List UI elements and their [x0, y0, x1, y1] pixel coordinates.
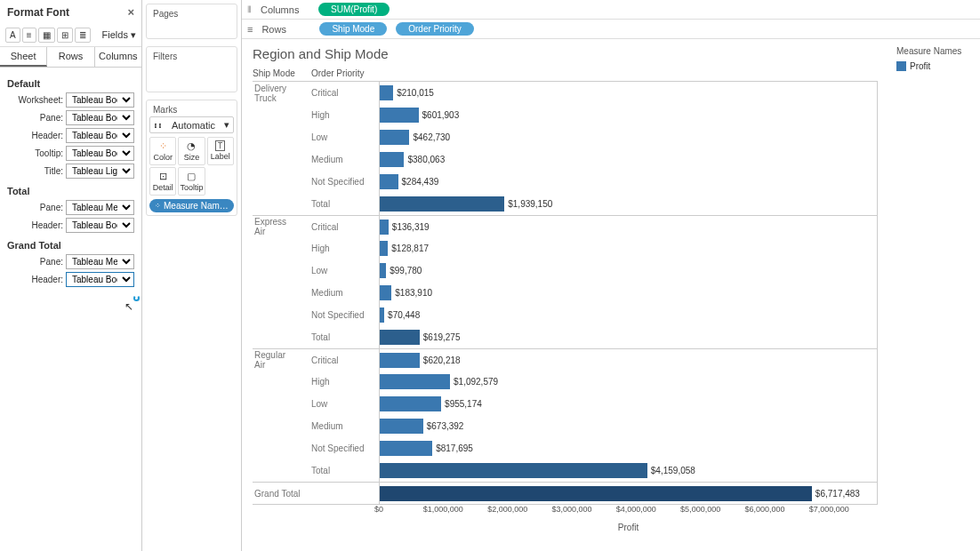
color-icon: ⁘: [150, 140, 175, 152]
bar[interactable]: [380, 130, 409, 145]
bar[interactable]: [380, 396, 441, 411]
pages-shelf[interactable]: Pages: [146, 4, 237, 39]
tab-rows[interactable]: Rows: [47, 47, 94, 67]
bar-chart[interactable]: DeliveryTruckCritical$210,015High$601,90…: [253, 81, 878, 505]
main-area: ⦀ Columns SUM(Profit) ≡ Rows Ship Mode O…: [242, 0, 980, 551]
tooltip-icon: ▢: [179, 171, 204, 182]
bar[interactable]: [380, 196, 504, 212]
worksheet-select[interactable]: Tableau Boo…: [66, 92, 134, 108]
table-row[interactable]: Not Specified$284,439: [253, 171, 877, 193]
table-row[interactable]: Medium$673,392: [253, 415, 877, 437]
tab-sheet[interactable]: Sheet: [0, 47, 47, 67]
axis-label: Profit: [379, 523, 878, 532]
ship-header: Ship Mode: [253, 68, 311, 78]
marks-type-select[interactable]: ⫾⫾ Automatic ▾: [149, 116, 234, 133]
columns-shelf[interactable]: ⦀ Columns SUM(Profit): [242, 0, 980, 20]
columns-pill-profit[interactable]: SUM(Profit): [318, 3, 390, 16]
total-header-select[interactable]: Tableau Boo…: [66, 218, 134, 233]
section-default: Default: [7, 78, 134, 89]
bar[interactable]: [380, 85, 393, 100]
gt-pane-label: Pane:: [40, 257, 63, 267]
gt-pane-select[interactable]: Tableau Me…: [66, 254, 134, 269]
align-icon[interactable]: ≡: [22, 28, 36, 43]
table-row[interactable]: Low$99,780: [253, 260, 877, 282]
total-pane-select[interactable]: Tableau Me…: [66, 200, 134, 215]
close-icon[interactable]: ×: [127, 5, 134, 19]
table-row[interactable]: High$601,903: [253, 104, 877, 126]
format-toolbar: A ≡ ▦ ⊞ ≣ Fields ▾: [0, 24, 141, 47]
bar[interactable]: [380, 374, 450, 389]
total-header-label: Header:: [31, 220, 63, 230]
rows-icon: ≡: [247, 24, 253, 35]
table-row[interactable]: Total$4,159,058: [253, 459, 877, 482]
table-row[interactable]: Medium$183,910: [253, 282, 877, 304]
legend-item-profit[interactable]: Profit: [896, 61, 973, 71]
bar[interactable]: [380, 486, 812, 501]
bar[interactable]: [380, 152, 404, 167]
default-header-select[interactable]: Tableau Boo…: [66, 128, 134, 143]
section-grand-total: Grand Total: [7, 240, 134, 251]
legend-title: Measure Names: [896, 46, 973, 56]
tooltip-card[interactable]: ▢Tooltip: [178, 167, 205, 196]
gt-header-label: Header:: [31, 275, 63, 284]
font-icon[interactable]: A: [5, 28, 20, 43]
table-row[interactable]: Grand Total$6,717,483: [253, 482, 877, 504]
color-card[interactable]: ⁘Color: [149, 137, 176, 165]
filters-shelf[interactable]: Filters: [146, 46, 237, 92]
detail-icon: ⊡: [150, 171, 175, 182]
size-icon: ◔: [179, 140, 204, 152]
bar[interactable]: [380, 108, 419, 123]
table-row[interactable]: High$128,817: [253, 237, 877, 260]
tooltip-select[interactable]: Tableau Boo…: [66, 146, 134, 161]
table-row[interactable]: Medium$380,063: [253, 148, 877, 171]
total-pane-label: Pane:: [40, 203, 63, 212]
label-icon: 🅃: [208, 140, 233, 151]
size-card[interactable]: ◔Size: [178, 137, 205, 165]
shading-icon[interactable]: ▦: [38, 28, 55, 43]
label-card[interactable]: 🅃Label: [207, 137, 234, 165]
rows-shelf[interactable]: ≡ Rows Ship Mode Order Priority: [242, 20, 980, 39]
viz-title[interactable]: Region and Ship Mode: [253, 46, 878, 61]
bar[interactable]: [380, 220, 389, 235]
detail-card[interactable]: ⊡Detail: [149, 167, 176, 196]
rows-pill-shipmode[interactable]: Ship Mode: [319, 22, 387, 36]
bar[interactable]: [380, 419, 423, 434]
bar[interactable]: [380, 174, 398, 189]
bar-chart-icon: ⫾⫾: [154, 121, 163, 130]
bar[interactable]: [380, 241, 388, 256]
table-row[interactable]: Total$619,275: [253, 326, 877, 348]
table-row[interactable]: Not Specified$70,448: [253, 304, 877, 326]
table-row[interactable]: Total$1,939,150: [253, 193, 877, 215]
table-row[interactable]: DeliveryTruckCritical$210,015: [253, 82, 877, 104]
rows-pill-priority[interactable]: Order Priority: [396, 22, 473, 36]
fields-dropdown[interactable]: Fields ▾: [102, 29, 136, 41]
table-row[interactable]: ExpressAirCritical$136,319: [253, 215, 877, 237]
bar[interactable]: [380, 441, 432, 456]
lines-icon[interactable]: ≣: [75, 28, 91, 43]
bar[interactable]: [380, 353, 420, 368]
format-panel: Format Font × A ≡ ▦ ⊞ ≣ Fields ▾ Sheet R…: [0, 0, 142, 551]
tab-columns[interactable]: Columns: [95, 47, 141, 67]
shelf-column: Pages Filters Marks ⫾⫾ Automatic ▾ ⁘Colo…: [142, 0, 242, 551]
chevron-down-icon: ▾: [224, 119, 229, 131]
bar[interactable]: [380, 463, 647, 478]
title-select[interactable]: Tableau Lig…: [66, 164, 134, 179]
gt-header-select[interactable]: Tableau Boo…: [66, 272, 134, 287]
pane-label: Pane:: [40, 113, 63, 123]
section-total: Total: [7, 186, 134, 196]
priority-header: Order Priority: [311, 68, 379, 78]
table-row[interactable]: RegularAirCritical$620,218: [253, 348, 877, 371]
table-row[interactable]: Low$955,174: [253, 393, 877, 415]
borders-icon[interactable]: ⊞: [57, 28, 73, 43]
table-row[interactable]: High$1,092,579: [253, 371, 877, 393]
table-row[interactable]: Not Specified$817,695: [253, 437, 877, 459]
loading-icon: [133, 295, 140, 301]
measure-names-pill[interactable]: ⁘ Measure Nam…: [149, 199, 234, 212]
bar[interactable]: [380, 307, 384, 323]
table-row[interactable]: Low$462,730: [253, 126, 877, 148]
default-pane-select[interactable]: Tableau Boo…: [66, 110, 134, 125]
bar[interactable]: [380, 285, 391, 300]
bar[interactable]: [380, 330, 420, 345]
bar[interactable]: [380, 263, 386, 278]
format-title: Format Font: [7, 6, 69, 19]
